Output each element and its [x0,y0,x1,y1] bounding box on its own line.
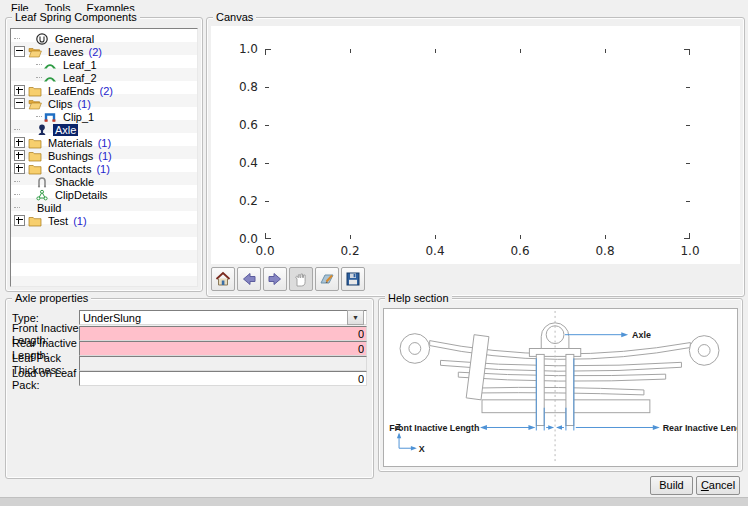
folder-closed-icon [28,163,42,175]
tree-item-axle[interactable]: Axle [11,123,197,136]
plot-axes: 0.0 0.2 0.4 0.6 0.8 1.0 1.0 0.8 0.6 0.4 … [265,49,690,239]
tree-item-test[interactable]: Test (1) [11,214,197,227]
tree-item-clipdetails[interactable]: ClipDetails [11,188,197,201]
x-tick-label: 1.0 [680,244,699,258]
tree-item-shackle[interactable]: Shackle [11,175,197,188]
front-inactive-length-field[interactable] [79,326,367,341]
clipdetails-icon [35,189,49,201]
axle-annotation: Axle [632,330,651,340]
axle-properties-groupbox: Axle properties Type: UnderSlung ▼ Front… [5,298,374,479]
tree-item-clip-1[interactable]: Clip_1 [11,110,197,123]
folder-closed-icon [28,215,42,227]
tree-connector [14,38,20,39]
tree-item-bushings[interactable]: Bushings (1) [11,149,197,162]
collapse-toggle[interactable] [14,98,25,109]
leaf-icon [43,59,57,71]
leaf-icon [43,72,57,84]
y-tick-label: 0.0 [239,232,258,246]
tree-item-leaves[interactable]: Leaves (2) [11,45,197,58]
x-tick-label: 0.8 [595,244,614,258]
y-tick-label: 0.8 [239,80,258,94]
components-title: Leaf Spring Components [12,11,140,23]
leaf-spring-diagram: Axle Front Inactive Length Rear Inactive… [384,309,737,466]
leaf-pack-thickness-field [79,356,367,371]
y-tick-label: 0.6 [239,118,258,132]
y-tick-label: 0.4 [239,156,258,170]
save-floppy-icon [344,270,362,288]
components-groupbox: Leaf Spring Components General Leaves (2… [5,17,203,292]
tree-connector [14,181,20,182]
x-axis-label: X [419,444,425,454]
expand-toggle[interactable] [14,163,25,174]
tree-item-materials[interactable]: Materials (1) [11,136,197,149]
x-tick-label: 0.0 [255,244,274,258]
tree-item-build[interactable]: Build [11,201,197,214]
canvas-title: Canvas [213,11,256,23]
collapse-toggle[interactable] [14,46,25,57]
expand-toggle[interactable] [14,215,25,226]
axes-corner [265,49,271,55]
configure-icon [318,270,336,288]
shackle-icon [35,176,49,188]
axle-properties-title: Axle properties [12,292,91,304]
clip-icon [43,111,57,123]
load-on-leaf-pack-field[interactable] [79,371,367,386]
tree-item-leaf-2[interactable]: Leaf_2 [11,71,197,84]
forward-button[interactable] [263,267,287,291]
folder-closed-icon [28,137,42,149]
configure-button[interactable] [315,267,339,291]
canvas-groupbox: Canvas 0.0 0.2 [206,17,745,297]
axle-type-combobox[interactable]: UnderSlung ▼ [79,310,367,325]
window-bottom-edge [0,497,748,506]
expand-toggle[interactable] [14,137,25,148]
components-tree[interactable]: General Leaves (2) Leaf_1 Leaf [10,28,198,287]
plot-toolbar [211,266,365,292]
save-button[interactable] [341,267,365,291]
y-tick-label: 0.2 [239,194,258,208]
y-tick-label: 1.0 [239,42,258,56]
tree-connector [36,77,42,78]
axes-corner [684,49,690,55]
axes-corner [684,233,690,239]
axes-corner [265,233,271,239]
help-groupbox: Help section [378,298,743,472]
expand-toggle[interactable] [14,85,25,96]
x-tick-label: 0.2 [340,244,359,258]
forward-arrow-icon [266,270,284,288]
cancel-button[interactable]: Cancel [696,476,740,495]
help-title: Help section [385,292,452,304]
folder-closed-icon [28,85,42,97]
expand-toggle[interactable] [14,150,25,161]
z-axis-label: Z [396,422,402,432]
folder-open-icon [28,98,42,110]
tree-item-general[interactable]: General [11,32,197,45]
x-tick-label: 0.6 [510,244,529,258]
matplotlib-figure[interactable]: 0.0 0.2 0.4 0.6 0.8 1.0 1.0 0.8 0.6 0.4 … [211,26,740,264]
folder-closed-icon [28,150,42,162]
back-button[interactable] [237,267,261,291]
chevron-down-icon[interactable]: ▼ [347,310,364,325]
tree-connector [36,64,42,65]
front-inactive-length-annotation: Front Inactive Length [389,423,479,433]
general-icon [35,33,49,45]
rear-inactive-length-annotation: Rear Inactive Length [663,423,737,433]
tree-item-contacts[interactable]: Contacts (1) [11,162,197,175]
axle-icon [35,124,49,136]
tree-item-leafends[interactable]: LeafEnds (2) [11,84,197,97]
pan-button[interactable] [289,267,313,291]
tree-item-leaf-1[interactable]: Leaf_1 [11,58,197,71]
help-diagram: Axle Front Inactive Length Rear Inactive… [383,308,738,467]
tree-connector [14,194,20,195]
folder-open-icon [28,46,42,58]
load-on-leaf-pack-label: Load on Leaf Pack: [12,367,79,391]
tree-connector [14,207,20,208]
tree-connector [14,129,20,130]
rear-inactive-length-field[interactable] [79,341,367,356]
home-icon [214,270,232,288]
tree-connector [36,116,42,117]
pan-hand-icon [292,270,310,288]
x-tick-label: 0.4 [425,244,444,258]
tree-item-clips[interactable]: Clips (1) [11,97,197,110]
build-button[interactable]: Build [650,476,693,495]
home-button[interactable] [211,267,235,291]
